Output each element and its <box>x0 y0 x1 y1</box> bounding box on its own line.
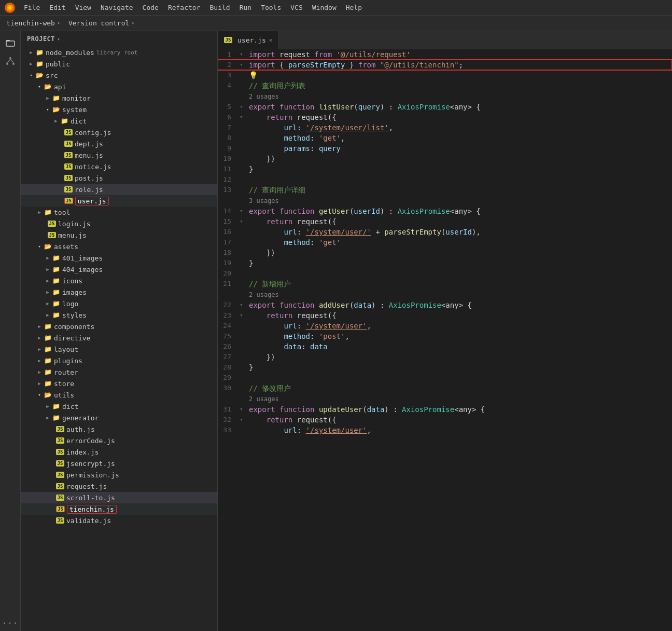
tree-label-scroll-to-js: scroll-to.js <box>66 494 115 502</box>
code-line-4: 4 // 查询用户列表 <box>218 80 672 91</box>
code-line-24: 24 url: '/system/user', <box>218 321 672 331</box>
tree-item-plugins[interactable]: ▶ 📁 plugins <box>21 355 217 366</box>
line-number-6: 6 <box>218 112 240 122</box>
tree-item-404-images[interactable]: ▶ 📁 404_images <box>21 264 217 275</box>
tree-item-validate-js[interactable]: JS validate.js <box>21 515 217 526</box>
line-number-15: 15 <box>218 216 240 227</box>
tree-item-menu2-js[interactable]: JS menu.js <box>21 229 217 241</box>
vcs-selector[interactable]: Version control ▾ <box>68 19 134 27</box>
tree-item-scroll-to-js[interactable]: JS scroll-to.js <box>21 492 217 503</box>
tree-label-router: router <box>54 368 78 376</box>
vcs-label: Version control <box>68 19 129 27</box>
line-content-23: return request({ <box>247 310 672 321</box>
tree-item-node-modules[interactable]: ▶ 📁 node_modules library root <box>21 47 217 58</box>
line-number-23: 23 <box>218 310 240 321</box>
line-number-28: 28 <box>218 362 240 373</box>
menu-view[interactable]: View <box>71 3 95 12</box>
folder-icon-logo: 📁 <box>52 299 60 308</box>
tree-item-index-js[interactable]: JS index.js <box>21 446 217 458</box>
tree-arrow-404: ▶ <box>44 265 52 273</box>
line-content-14: export function getUser(userId) : AxiosP… <box>247 206 672 216</box>
menu-build[interactable]: Build <box>206 3 234 12</box>
tree-item-directive[interactable]: ▶ 📁 directive <box>21 332 217 344</box>
sidebar-header: Project ▾ <box>21 31 217 47</box>
tree-item-login-js[interactable]: JS login.js <box>21 218 217 229</box>
tree-item-request-js[interactable]: JS request.js <box>21 481 217 492</box>
tree-item-auth-js[interactable]: JS auth.js <box>21 423 217 435</box>
tree-item-api[interactable]: ▾ 📂 api <box>21 81 217 92</box>
tree-item-components[interactable]: ▶ 📁 components <box>21 321 217 332</box>
tree-item-role-js[interactable]: JS role.js <box>21 184 217 195</box>
menu-help[interactable]: Help <box>342 3 366 12</box>
menu-vcs[interactable]: VCS <box>286 3 306 12</box>
activity-folder-icon[interactable] <box>2 34 19 51</box>
svg-line-9 <box>10 59 13 63</box>
tree-item-dept-js[interactable]: JS dept.js <box>21 138 217 149</box>
tree-item-tienchin-js[interactable]: JS tienchin.js <box>21 503 217 515</box>
tree-item-dict[interactable]: ▶ 📁 dict <box>21 115 217 127</box>
code-line-27: 27 }) <box>218 352 672 362</box>
tree-label-monitor: monitor <box>62 94 91 102</box>
tree-item-401-images[interactable]: ▶ 📁 401_images <box>21 252 217 264</box>
line-content-13: // 查询用户详细 <box>247 185 672 195</box>
tab-user-js[interactable]: JS user.js ✕ <box>218 31 279 49</box>
code-line-28: 28 } <box>218 362 672 373</box>
tree-label-menu-js: menu.js <box>75 152 103 159</box>
tree-item-errorcode-js[interactable]: JS errorCode.js <box>21 435 217 446</box>
line-content-33: url: '/system/user', <box>247 425 672 435</box>
tree-item-menu-js[interactable]: JS menu.js <box>21 149 217 161</box>
tree-label-dict: dict <box>71 117 87 125</box>
tree-item-logo[interactable]: ▶ 📁 logo <box>21 298 217 309</box>
tree-item-utils-dict[interactable]: ▶ 📁 dict <box>21 401 217 412</box>
activity-structure-icon[interactable] <box>2 53 19 70</box>
activity-dots-icon[interactable]: ··· <box>2 614 19 631</box>
editor-content[interactable]: 1 ▾ import request from '@/utils/request… <box>218 49 672 631</box>
menu-window[interactable]: Window <box>308 3 341 12</box>
tree-item-icons[interactable]: ▶ 📁 icons <box>21 275 217 286</box>
tree-item-permission-js[interactable]: JS permission.js <box>21 469 217 481</box>
menu-edit[interactable]: Edit <box>45 3 69 12</box>
tab-close-button[interactable]: ✕ <box>269 37 273 44</box>
tree-item-store[interactable]: ▶ 📁 store <box>21 378 217 389</box>
project-selector[interactable]: tienchin-web ▾ <box>6 19 60 27</box>
line-content-2: import { parseStrEmpty } from "@/utils/t… <box>247 60 672 70</box>
tree-item-public[interactable]: ▶ 📁 public <box>21 58 217 70</box>
tree-item-utils[interactable]: ▾ 📂 utils <box>21 389 217 401</box>
tree-item-images[interactable]: ▶ 📁 images <box>21 286 217 298</box>
tree-item-layout[interactable]: ▶ 📁 layout <box>21 344 217 355</box>
menu-run[interactable]: Run <box>235 3 256 12</box>
tree-item-monitor[interactable]: ▶ 📁 monitor <box>21 92 217 104</box>
tree-item-router[interactable]: ▶ 📁 router <box>21 366 217 378</box>
menu-refactor[interactable]: Refactor <box>164 3 205 12</box>
tree-item-tool[interactable]: ▶ 📁 tool <box>21 207 217 218</box>
tree-item-assets[interactable]: ▾ 📂 assets <box>21 241 217 252</box>
main-layout: ··· Project ▾ ▶ 📁 node_modules library r… <box>0 31 672 631</box>
tree-no-arrow-notice <box>56 162 64 171</box>
line-arrow-32: ▾ <box>240 415 247 425</box>
tree-item-config-js[interactable]: JS config.js <box>21 127 217 138</box>
js-badge-menu: JS <box>64 152 73 158</box>
tree-item-post-js[interactable]: JS post.js <box>21 172 217 184</box>
tree-item-styles[interactable]: ▶ 📁 styles <box>21 309 217 321</box>
code-line-30: 30 // 修改用户 <box>218 383 672 393</box>
folder-icon-api: 📂 <box>44 83 52 91</box>
line-number-9: 9 <box>218 143 240 154</box>
menu-tools[interactable]: Tools <box>257 3 285 12</box>
tree-no-arrow-validate <box>48 516 56 525</box>
tree-item-src[interactable]: ▾ 📂 src <box>21 70 217 81</box>
tree-label-generator: generator <box>62 414 99 422</box>
tree-item-user-js[interactable]: JS user.js <box>21 195 217 207</box>
code-line-2: 2 ▾ import { parseStrEmpty } from "@/uti… <box>218 60 672 70</box>
tree-item-generator[interactable]: ▶ 📁 generator <box>21 412 217 423</box>
menu-code[interactable]: Code <box>138 3 163 12</box>
code-line-5: 5 ▾ export function listUser(query) : Ax… <box>218 102 672 112</box>
menu-navigate[interactable]: Navigate <box>96 3 137 12</box>
tree-item-system[interactable]: ▾ 📂 system <box>21 104 217 115</box>
menu-file[interactable]: File <box>20 3 44 12</box>
tree-label-notice-js: notice.js <box>75 163 111 171</box>
tree-item-notice-js[interactable]: JS notice.js <box>21 161 217 172</box>
js-badge-index: JS <box>56 449 64 455</box>
tree-no-arrow-role <box>56 185 64 194</box>
tree-label-utils: utils <box>54 391 74 399</box>
tree-item-jsencrypt-js[interactable]: JS jsencrypt.js <box>21 458 217 469</box>
